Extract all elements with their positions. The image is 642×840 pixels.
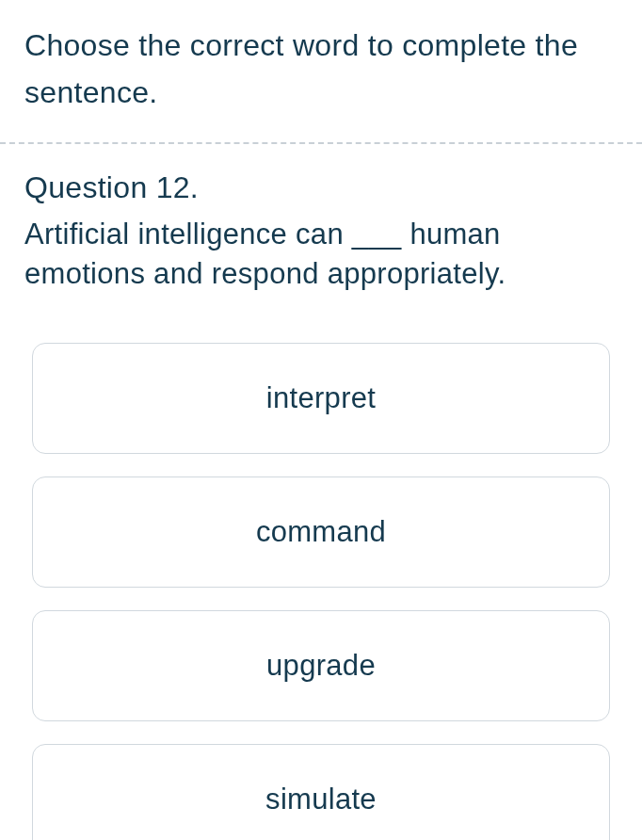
- question-number: Question 12.: [24, 170, 618, 205]
- option-upgrade[interactable]: upgrade: [32, 610, 610, 721]
- option-interpret[interactable]: interpret: [32, 343, 610, 454]
- section-divider: [0, 142, 642, 144]
- question-text: Artificial intelligence can ___ human em…: [24, 215, 618, 294]
- option-command[interactable]: command: [32, 477, 610, 588]
- options-list: interpret command upgrade simulate: [24, 343, 618, 840]
- instruction-text: Choose the correct word to complete the …: [24, 23, 618, 116]
- option-simulate[interactable]: simulate: [32, 744, 610, 840]
